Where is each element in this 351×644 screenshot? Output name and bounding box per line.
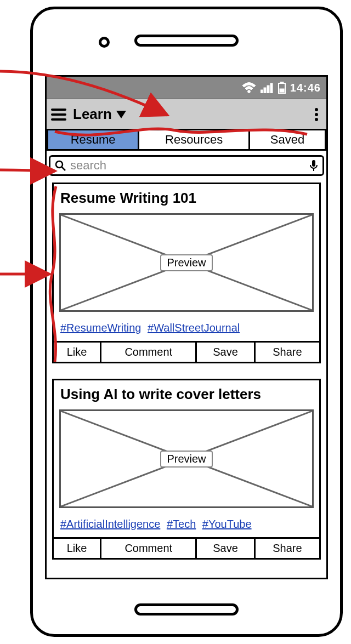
hashtag-link[interactable]: #ResumeWriting [60,322,141,334]
comment-button[interactable]: Comment [101,539,197,558]
tab-saved[interactable]: Saved [250,130,325,149]
hashtag-link[interactable]: #Tech [167,518,196,530]
feed-card: Resume Writing 101 Preview #ResumeWritin… [52,183,321,363]
svg-point-8 [56,161,63,168]
card-title: Resume Writing 101 [54,184,319,213]
like-button[interactable]: Like [54,539,101,558]
card-actions: Like Comment Save Share [54,341,319,362]
status-bar: 14:46 [47,77,326,99]
svg-rect-3 [267,86,269,93]
preview-button[interactable]: Preview [160,451,212,468]
app-title-label: Learn [73,106,112,123]
tab-resources[interactable]: Resources [139,130,250,149]
wifi-icon [242,82,256,93]
phone-speaker-bottom [134,603,239,615]
feed-card: Using AI to write cover letters Preview … [52,379,321,560]
save-button[interactable]: Save [197,539,255,558]
svg-rect-7 [280,89,284,92]
preview-button[interactable]: Preview [160,254,212,271]
card-thumbnail: Preview [59,409,314,508]
overflow-menu-icon[interactable] [311,105,322,124]
app-title-dropdown[interactable]: Learn [73,106,126,123]
comment-button[interactable]: Comment [101,343,197,362]
card-actions: Like Comment Save Share [54,537,319,558]
microphone-icon[interactable] [309,159,318,172]
share-button[interactable]: Share [256,343,319,362]
chevron-down-icon [116,111,126,118]
battery-icon [278,82,286,94]
tab-resume[interactable]: Resume [48,130,139,149]
phone-camera [99,37,110,48]
signal-icon [261,82,274,93]
save-button[interactable]: Save [197,343,255,362]
card-title: Using AI to write cover letters [54,380,319,409]
feed: Resume Writing 101 Preview #ResumeWritin… [47,180,326,577]
share-button[interactable]: Share [256,539,319,558]
svg-rect-4 [270,83,273,93]
card-hashtags: #ArtificialIntelligence #Tech #YouTube [54,514,319,537]
search-input[interactable] [70,158,305,173]
phone-frame: 14:46 Learn Resume Resources Saved Resum… [30,7,343,637]
svg-point-0 [247,90,250,93]
svg-rect-6 [280,82,284,83]
hashtag-link[interactable]: #ArtificialIntelligence [60,518,160,530]
phone-speaker-top [134,35,239,47]
menu-icon[interactable] [51,109,66,121]
card-thumbnail: Preview [59,213,314,312]
hashtag-link[interactable]: #WallStreetJournal [148,322,240,334]
card-hashtags: #ResumeWriting #WallStreetJournal [54,317,319,341]
status-time: 14:46 [290,82,321,94]
svg-line-9 [62,167,65,170]
hashtag-link[interactable]: #YouTube [202,518,252,530]
like-button[interactable]: Like [54,343,101,362]
svg-rect-2 [264,88,266,93]
search-icon [55,160,66,171]
svg-rect-1 [261,90,263,93]
search-bar[interactable] [49,155,324,176]
screen: 14:46 Learn Resume Resources Saved Resum… [45,75,328,579]
svg-rect-10 [312,160,315,167]
app-bar: Learn [47,99,326,129]
tab-bar: Resume Resources Saved [47,129,326,151]
